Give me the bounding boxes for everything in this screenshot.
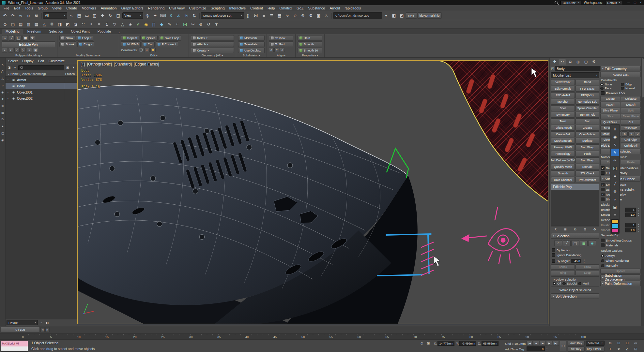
spinner[interactable]: [545, 347, 548, 351]
subdivision-displacement-rollout-header[interactable]: Subdivision Displacemen: [600, 274, 641, 280]
set-key-button[interactable]: Set Key: [568, 346, 585, 352]
subdivision-tool-button[interactable]: Tessellate: [238, 41, 265, 47]
explorer-helpers-filter-icon[interactable]: ✚: [0, 96, 5, 101]
configure-modifier-sets-icon[interactable]: ⚙: [592, 227, 597, 232]
explorer-menu-item[interactable]: Edit: [36, 59, 46, 63]
maxscript-mini-listener[interactable]: MAXScript Mi: [1, 340, 28, 352]
paint-deformation-rollout-header[interactable]: Paint Deformation: [600, 281, 641, 286]
minimize-button[interactable]: —: [627, 1, 630, 4]
bridge-edges-icon[interactable]: ∏: [150, 21, 158, 28]
element-subobject-icon[interactable]: ◆: [588, 240, 596, 246]
palette-cursor-icon[interactable]: ↖: [611, 141, 619, 148]
explorer-find-icon[interactable]: ◨: [7, 65, 12, 70]
constrain-face-icon[interactable]: ◼: [150, 48, 156, 52]
selection-rollout-header[interactable]: Selection: [551, 233, 599, 239]
explorer-xref-filter-icon[interactable]: ⧉: [0, 117, 5, 122]
ribbon-tab[interactable]: Selection: [45, 29, 67, 34]
menu-item[interactable]: Create: [64, 6, 79, 10]
hierarchy-tab-icon[interactable]: ⧉: [567, 59, 574, 65]
name-column-header[interactable]: Name (Sorted Ascending): [6, 72, 63, 76]
explorer-layer-view-icon[interactable]: ◧: [45, 320, 50, 325]
expand-icon[interactable]: [8, 91, 10, 94]
symmetry-tool-icon[interactable]: ⋈: [181, 21, 189, 28]
palette-line-icon[interactable]: ╱: [611, 180, 619, 187]
modifier-button[interactable]: Skin Wrap: [575, 157, 599, 163]
modifier-button[interactable]: FFD 4x4x4: [551, 92, 575, 98]
checkbox-row[interactable]: By Vertex: [551, 248, 599, 253]
display-floater-icon[interactable]: ▢: [9, 21, 17, 28]
value-field[interactable]: 1: [625, 223, 636, 227]
palette-trash-icon[interactable]: ⊗: [611, 188, 619, 195]
checkbox-row[interactable]: Smooth Result: [600, 182, 641, 187]
keyboard-shortcut-override-icon[interactable]: ⌨: [159, 12, 167, 19]
modifier-button[interactable]: MeshSmooth: [551, 138, 575, 144]
utilities-tab-icon[interactable]: ⚒: [590, 59, 597, 65]
edit-geometry-button[interactable]: Split: [621, 108, 641, 113]
checkbox-row[interactable]: Delete Isolated Vertices: [600, 166, 641, 170]
viewport-layout-icon[interactable]: ◧: [390, 12, 398, 19]
window-crossing-icon[interactable]: ◫: [91, 12, 99, 19]
display-tab-icon[interactable]: ▢: [582, 59, 590, 65]
constraint-radio[interactable]: Edge: [621, 83, 641, 86]
explorer-cameras-filter-icon[interactable]: ◈: [0, 90, 5, 95]
explorer-shapes-filter-icon[interactable]: △: [0, 76, 5, 81]
checkbox-row[interactable]: Materials: [600, 243, 641, 248]
object-name-field[interactable]: [555, 66, 602, 71]
to-grid-button[interactable]: To Grid: [269, 41, 293, 47]
edit-geometry-button[interactable]: Grid Align: [621, 137, 641, 142]
rendered-frame-icon[interactable]: ▣: [315, 12, 322, 19]
select-and-manipulate-icon[interactable]: ✦: [151, 12, 159, 19]
radio[interactable]: [562, 282, 566, 285]
previous-level-icon[interactable]: ◁: [14, 48, 20, 52]
viewport-label-part[interactable]: [Orthographic]: [87, 62, 112, 66]
preview-selection-option[interactable]: Multi: [578, 282, 589, 285]
spacing-tool-icon[interactable]: ∷: [80, 21, 87, 28]
polygon-subobject-icon[interactable]: ◼: [580, 240, 588, 246]
edit-named-sets-icon[interactable]: {}: [244, 12, 252, 19]
remove-modifier-icon[interactable]: ⊗: [582, 227, 588, 232]
checkbox[interactable]: [601, 239, 605, 242]
align-icon[interactable]: ≡: [260, 12, 268, 19]
measure-distance-icon[interactable]: ⌗: [95, 21, 103, 28]
edit-tool-button[interactable]: P Connect: [156, 41, 178, 47]
snapshot-icon[interactable]: ◩: [398, 12, 406, 19]
element-icon[interactable]: ❖: [29, 35, 35, 41]
modify-tab-icon[interactable]: ◠: [559, 59, 566, 65]
palette-brush-icon[interactable]: ✎: [611, 149, 619, 156]
edit-geometry-rollout-header[interactable]: Edit Geometry: [600, 66, 641, 71]
frozen-column-header[interactable]: Frozen: [63, 72, 77, 76]
subdivision-tool-button[interactable]: MSmooth: [238, 35, 265, 41]
update-button[interactable]: Update: [600, 269, 641, 274]
constraint-radio[interactable]: Normal: [621, 87, 641, 90]
palette-magnet-icon[interactable]: ∪: [611, 125, 619, 133]
detach-tool-icon[interactable]: ✂: [189, 21, 197, 28]
selection-set-dropdown[interactable]: Default▾: [7, 320, 38, 325]
material-editor-icon[interactable]: ⊛: [299, 12, 307, 19]
color-swatch[interactable]: [611, 219, 619, 224]
viewport-label-part[interactable]: [+]: [81, 62, 85, 66]
checkbox[interactable]: [601, 193, 605, 196]
channel-info-icon[interactable]: Σ: [103, 21, 111, 28]
menu-item[interactable]: rapidTools: [342, 6, 363, 10]
smoothing-button[interactable]: Smooth: [298, 41, 322, 47]
motion-tab-icon[interactable]: ◎: [575, 59, 582, 65]
menu-item[interactable]: GoZ: [294, 6, 306, 10]
axis-button[interactable]: Z: [635, 131, 641, 137]
shrink-button[interactable]: Shrink: [59, 41, 76, 47]
expand-icon[interactable]: [8, 78, 10, 81]
frozen-toggle[interactable]: [64, 83, 77, 89]
pin-stack-icon[interactable]: ⊼: [553, 227, 558, 232]
modifier-button[interactable]: ProOptimizer: [575, 177, 599, 183]
maxscript-macro-row[interactable]: MAXScript Mi: [1, 341, 28, 346]
viewport[interactable]: [+][Orthographic][Standard][Edged Faces]…: [77, 60, 548, 324]
weld-vertices-icon[interactable]: ◉: [142, 21, 150, 28]
toggle-command-panel-icon[interactable]: ▣: [33, 48, 38, 52]
select-and-rotate-icon[interactable]: ↻: [107, 12, 114, 19]
grids-icon[interactable]: △: [119, 21, 126, 28]
value-field[interactable]: 1.0: [625, 228, 636, 232]
modifier-button[interactable]: TurboSmooth: [551, 125, 575, 131]
named-selection-set-dropdown[interactable]: Create Selection Set▾: [201, 12, 244, 19]
bind-to-space-warp-icon[interactable]: ≋: [33, 12, 40, 19]
explorer-lights-filter-icon[interactable]: ☼: [0, 83, 5, 88]
geometry-tool-button[interactable]: Relax▾: [191, 35, 234, 41]
